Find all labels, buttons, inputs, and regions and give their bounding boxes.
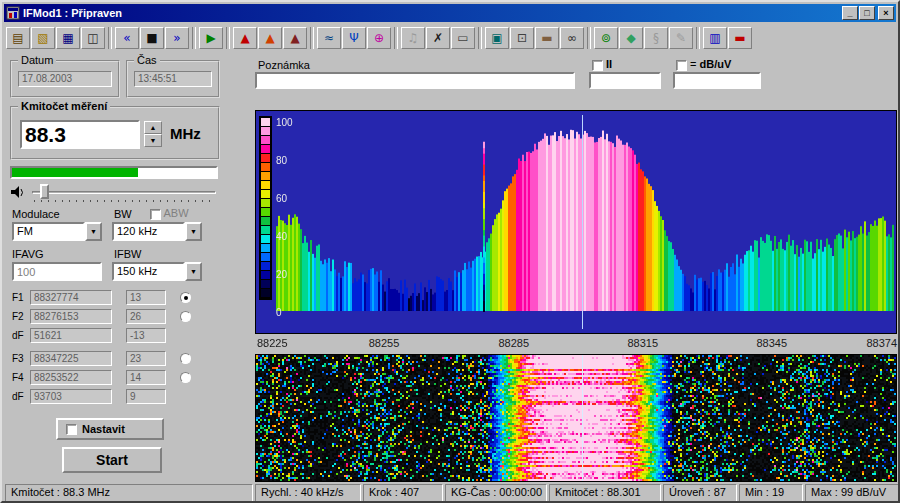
legend-swatch — [261, 271, 270, 279]
ifavg-input-wrap — [12, 262, 102, 281]
toolbar-marker-b-button[interactable]: ▲ — [258, 27, 282, 49]
toolbar-memory-card-button[interactable]: ▬ — [535, 27, 559, 49]
toolbar-marker-c-button[interactable]: ▲ — [283, 27, 307, 49]
f-row-label: F2 — [12, 311, 30, 322]
toolbar-save-button[interactable]: ▦ — [56, 27, 80, 49]
f-row-delta-field: 14 — [126, 370, 166, 385]
frequency-spinner: ▲ ▼ — [144, 121, 162, 147]
ifbw-combobox[interactable]: 150 kHz ▼ — [112, 262, 202, 281]
ii-input[interactable] — [594, 76, 656, 87]
frequency-group: Kmitočet měření ▲ ▼ MHz — [10, 106, 220, 160]
toolbar-tools-button[interactable]: ✎ — [669, 27, 693, 49]
x-tick-label: 88315 — [627, 337, 658, 349]
toolbar-antenna-button[interactable]: Ψ — [342, 27, 366, 49]
volume-slider-thumb[interactable] — [40, 184, 49, 199]
spectrum-canvas[interactable] — [256, 111, 896, 333]
legend-swatch — [261, 118, 270, 126]
toolbar-forward-button[interactable]: » — [165, 27, 189, 49]
toolbar-snapshot-button[interactable]: ▣ — [485, 27, 509, 49]
minimize-button[interactable]: _ — [842, 6, 858, 20]
abw-checkbox[interactable] — [150, 209, 161, 220]
toolbar-gem-button[interactable]: ◆ — [619, 27, 643, 49]
globe-icon: ⊚ — [601, 31, 611, 45]
f-row-radio[interactable] — [180, 372, 191, 383]
toolbar-monitor-button[interactable]: ⊡ — [510, 27, 534, 49]
rewind-icon: « — [123, 31, 130, 45]
nastavit-checkbox[interactable] — [66, 424, 77, 435]
toolbar-separator — [394, 27, 398, 49]
ii-label: II — [606, 58, 612, 70]
db-field-wrap — [673, 72, 761, 89]
toolbar-globe-button[interactable]: ⊚ — [594, 27, 618, 49]
db-input[interactable] — [678, 76, 756, 87]
maximize-button[interactable]: □ — [859, 6, 875, 20]
save-icon: ▦ — [62, 31, 73, 45]
x-tick-label: 88225 — [257, 337, 288, 349]
nastavit-label: Nastavit — [82, 423, 125, 435]
ifavg-input[interactable] — [17, 265, 97, 278]
spin-down-button[interactable]: ▼ — [144, 134, 162, 147]
power-icon: § — [653, 31, 659, 45]
waterfall-display[interactable] — [255, 354, 897, 482]
ifbw-dropdown-arrow-icon[interactable]: ▼ — [185, 262, 202, 281]
spectrum-display[interactable]: 100806040200 — [255, 110, 897, 334]
toolbar-waveform-button[interactable]: ≈ — [317, 27, 341, 49]
legend-swatch — [261, 181, 270, 189]
f-row-label: dF — [12, 391, 30, 402]
status-krok: Krok : 407 — [363, 484, 443, 503]
close-button[interactable]: × — [878, 6, 894, 20]
marker-b-icon: ▲ — [265, 31, 274, 45]
toolbar-delete-button[interactable]: ✗ — [426, 27, 450, 49]
nastavit-panel[interactable]: Nastavit — [56, 418, 164, 440]
toolbar-separator — [108, 27, 112, 49]
bw-dropdown-arrow-icon[interactable]: ▼ — [185, 222, 202, 241]
f-row-radio[interactable] — [180, 311, 191, 322]
spin-up-button[interactable]: ▲ — [144, 121, 162, 134]
frequency-input[interactable] — [25, 123, 135, 146]
f-row-delta-field: 23 — [126, 351, 166, 366]
toolbar-report-button[interactable]: ▤ — [6, 27, 30, 49]
toolbar-palette-button[interactable]: ⊕ — [367, 27, 391, 49]
toolbar-open-button[interactable]: ▧ — [31, 27, 55, 49]
ifbw-value: 150 kHz — [112, 262, 185, 281]
y-tick-label: 20 — [276, 269, 287, 280]
speaker-icon[interactable] — [10, 185, 26, 202]
ii-checkbox[interactable] — [592, 60, 603, 71]
legend-swatch — [261, 145, 270, 153]
toolbar-level-button[interactable]: ▬ — [728, 27, 752, 49]
db-row: = dB/uV — [676, 58, 731, 71]
titlebar[interactable]: IFMod1 : Připraven _ □ × — [4, 4, 896, 22]
waterfall-canvas[interactable] — [256, 355, 896, 481]
toolbar-run-button[interactable]: ▶ — [199, 27, 223, 49]
toolbar-statistics-button[interactable]: ▥ — [703, 27, 727, 49]
cas-field: 13:45:51 — [134, 71, 212, 87]
toolbar-find-button[interactable]: ∞ — [560, 27, 584, 49]
status-uroven: Úroveň : 87 — [663, 484, 737, 503]
toolbar-marker-a-button[interactable]: ▲ — [233, 27, 257, 49]
start-button[interactable]: Start — [62, 447, 162, 473]
f-row-radio[interactable] — [180, 353, 191, 364]
bw-combobox[interactable]: 120 kHz ▼ — [112, 222, 202, 241]
modulace-combobox[interactable]: FM ▼ — [12, 222, 102, 241]
poznamka-input[interactable] — [260, 76, 570, 87]
f-row-radio[interactable] — [180, 292, 191, 303]
toolbar-power-button[interactable]: § — [644, 27, 668, 49]
f-row-value-field: 51621 — [30, 328, 112, 343]
toolbar-stop-button[interactable]: ■ — [140, 27, 164, 49]
toolbar-rewind-button[interactable]: « — [115, 27, 139, 49]
marker-c-icon: ▲ — [290, 31, 299, 45]
modulace-dropdown-arrow-icon[interactable]: ▼ — [85, 222, 102, 241]
x-tick-label: 88374 — [866, 337, 897, 349]
poznamka-field-wrap — [255, 72, 575, 89]
legend-swatch — [261, 226, 270, 234]
toolbar-properties-button[interactable]: ◫ — [81, 27, 105, 49]
legend-swatch — [261, 208, 270, 216]
display-icon: ▭ — [457, 31, 468, 45]
stop-icon: ■ — [146, 31, 157, 45]
db-checkbox[interactable] — [676, 60, 687, 71]
abw-row: ABW — [150, 207, 189, 220]
antenna-icon: Ψ — [349, 31, 358, 45]
toolbar-audio-button[interactable]: ♫ — [401, 27, 425, 49]
toolbar-display-button[interactable]: ▭ — [451, 27, 475, 49]
volume-slider-track[interactable] — [32, 191, 216, 194]
